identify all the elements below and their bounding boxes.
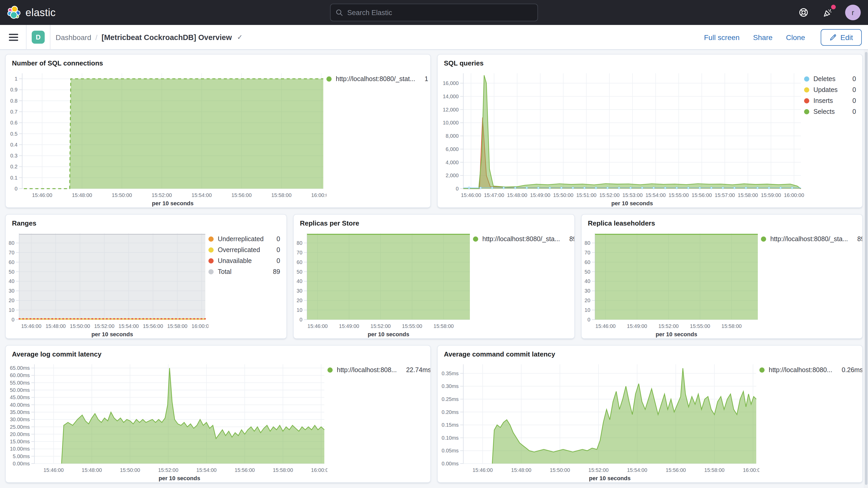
newsfeed-button[interactable] — [821, 6, 834, 19]
legend-value: 0 — [847, 86, 856, 94]
search-input[interactable] — [347, 8, 532, 17]
scrollbar-thumb[interactable] — [865, 52, 867, 485]
ranges-legend: Underreplicated0Overreplicated0Unavailab… — [209, 228, 286, 338]
main-menu-button[interactable] — [6, 30, 21, 44]
legend-label: Inserts — [813, 97, 833, 104]
svg-text:16:00:00: 16:00:00 — [311, 192, 327, 198]
page-title: [Metricbeat CockroachDB] Overview — [102, 33, 232, 41]
legend-item[interactable]: Updates0 — [804, 86, 856, 94]
panel-title: SQL queries — [438, 55, 862, 68]
svg-text:2,000: 2,000 — [446, 173, 459, 178]
legend-color-dot — [473, 237, 478, 242]
svg-text:0: 0 — [14, 186, 18, 191]
svg-text:0.10ms: 0.10ms — [441, 435, 459, 441]
svg-text:15:48:00: 15:48:00 — [82, 467, 102, 473]
panel-replicas-per-store: Replicas per Store 0102030405060708015:4… — [293, 214, 575, 339]
legend-item[interactable]: http://localhost:8080/_sta...89 — [761, 236, 856, 243]
user-avatar[interactable]: r — [845, 5, 861, 20]
svg-text:15:58:00: 15:58:00 — [704, 467, 724, 473]
replicas-per-store-chart[interactable]: 0102030405060708015:46:0015:49:0015:52:0… — [294, 228, 473, 338]
svg-text:20: 20 — [8, 298, 14, 303]
svg-text:15:56:00: 15:56:00 — [235, 467, 255, 473]
chart-canvas[interactable]: 0102030405060708015:46:0015:49:0015:52:0… — [294, 228, 473, 338]
legend-item[interactable]: Unavailable0 — [209, 257, 280, 265]
legend-item[interactable]: http://localhost:808...22.74ms — [328, 366, 424, 374]
elastic-logo[interactable]: elastic — [7, 6, 132, 19]
svg-text:15:46:00: 15:46:00 — [32, 192, 52, 198]
legend-item[interactable]: Total89 — [209, 268, 280, 275]
svg-text:15:50:00: 15:50:00 — [112, 192, 132, 198]
legend-value: 89 — [268, 268, 280, 275]
svg-text:0.05ms: 0.05ms — [441, 448, 459, 453]
chart-canvas[interactable]: 0102030405060708015:46:0015:49:0015:52:0… — [582, 228, 761, 338]
panel-title: Average command commit latency — [438, 345, 862, 359]
legend-value: 0 — [271, 236, 280, 243]
global-search-bar[interactable] — [330, 4, 538, 21]
svg-text:0.8: 0.8 — [10, 98, 18, 104]
panel-title: Replica leaseholders — [582, 215, 862, 228]
legend-item[interactable]: http://localhost:8080...0.26ms — [760, 366, 856, 374]
legend-value: 89 — [564, 236, 575, 243]
saved-check-icon[interactable]: ✓ — [237, 33, 243, 41]
help-menu-button[interactable] — [797, 6, 810, 19]
legend-item[interactable]: http://localhost:8080/_stat...1 — [327, 75, 424, 83]
svg-text:40: 40 — [585, 278, 590, 284]
chart-canvas[interactable]: 0.00ms0.05ms0.10ms0.15ms0.20ms0.25ms0.30… — [438, 359, 760, 482]
sql-queries-legend: Deletes0Updates0Inserts0Selects0 — [804, 68, 862, 207]
svg-text:per 10 seconds: per 10 seconds — [611, 200, 653, 207]
svg-text:70: 70 — [8, 250, 14, 255]
legend-label: http://localhost:8080/_stat... — [336, 75, 415, 83]
svg-text:5.00ms: 5.00ms — [13, 453, 30, 459]
legend-item[interactable]: Inserts0 — [804, 97, 856, 104]
sql-queries-chart[interactable]: 02,0004,0006,0008,00010,00012,00014,0001… — [438, 68, 804, 207]
chart-canvas[interactable]: 02,0004,0006,0008,00010,00012,00014,0001… — [438, 68, 804, 207]
legend-item[interactable]: Deletes0 — [804, 75, 856, 83]
legend-label: Underreplicated — [218, 236, 264, 243]
svg-text:15:58:00: 15:58:00 — [167, 323, 187, 329]
legend-item[interactable]: Selects0 — [804, 108, 856, 115]
svg-text:15:52:00: 15:52:00 — [158, 467, 178, 473]
svg-text:20: 20 — [585, 298, 590, 303]
window-scrollbar[interactable] — [864, 50, 868, 488]
legend-label: Unavailable — [218, 257, 252, 265]
breadcrumb-dashboard-link[interactable]: Dashboard — [56, 33, 91, 41]
dashboard-grid: Number of SQL connections 00.10.20.30.40… — [0, 50, 868, 488]
svg-text:15:46:00: 15:46:00 — [472, 467, 493, 473]
svg-text:per 10 seconds: per 10 seconds — [589, 475, 630, 482]
command-commit-latency-chart[interactable]: 0.00ms0.05ms0.10ms0.15ms0.20ms0.25ms0.30… — [438, 359, 760, 482]
sql-connections-chart[interactable]: 00.10.20.30.40.50.60.70.80.9115:46:0015:… — [6, 68, 327, 207]
svg-text:50: 50 — [8, 269, 14, 275]
legend-item[interactable]: http://localhost:8080/_sta...89 — [473, 236, 568, 243]
svg-text:15:47:00: 15:47:00 — [484, 192, 504, 198]
svg-text:per 10 seconds: per 10 seconds — [368, 331, 409, 338]
log-commit-latency-chart[interactable]: 0.00ms5.00ms10.00ms15.00ms20.00ms25.00ms… — [6, 359, 328, 482]
svg-text:0: 0 — [11, 317, 14, 323]
legend-color-dot — [804, 77, 809, 82]
legend-item[interactable]: Underreplicated0 — [209, 236, 280, 243]
chart-canvas[interactable]: 0102030405060708015:46:0015:48:0015:50:0… — [6, 228, 209, 338]
full-screen-button[interactable]: Full screen — [704, 33, 740, 41]
svg-text:10: 10 — [297, 307, 302, 313]
panel-title: Replicas per Store — [294, 215, 574, 228]
legend-label: Total — [218, 268, 231, 275]
svg-text:15:55:00: 15:55:00 — [690, 323, 710, 329]
edit-button[interactable]: Edit — [821, 29, 862, 45]
chart-canvas[interactable]: 00.10.20.30.40.50.60.70.80.9115:46:0015:… — [6, 68, 327, 207]
legend-item[interactable]: Overreplicated0 — [209, 246, 280, 254]
svg-text:45.00ms: 45.00ms — [10, 394, 30, 400]
legend-label: Overreplicated — [218, 246, 260, 254]
panel-title: Number of SQL connections — [6, 55, 430, 68]
svg-text:20.00ms: 20.00ms — [10, 431, 30, 437]
svg-text:10,000: 10,000 — [443, 120, 459, 125]
svg-text:per 10 seconds: per 10 seconds — [656, 331, 697, 338]
toolbar-divider — [26, 25, 27, 50]
share-button[interactable]: Share — [753, 33, 773, 41]
ranges-chart[interactable]: 0102030405060708015:46:0015:48:0015:50:0… — [6, 228, 209, 338]
svg-text:55.00ms: 55.00ms — [10, 380, 30, 386]
dashboard-app-badge[interactable]: D — [32, 31, 45, 44]
replica-leaseholders-chart[interactable]: 0102030405060708015:46:0015:49:0015:52:0… — [582, 228, 761, 338]
legend-label: http://localhost:8080/_sta... — [482, 236, 560, 243]
svg-text:15:56:00: 15:56:00 — [231, 192, 252, 198]
chart-canvas[interactable]: 0.00ms5.00ms10.00ms15.00ms20.00ms25.00ms… — [6, 359, 328, 482]
clone-button[interactable]: Clone — [786, 33, 805, 41]
